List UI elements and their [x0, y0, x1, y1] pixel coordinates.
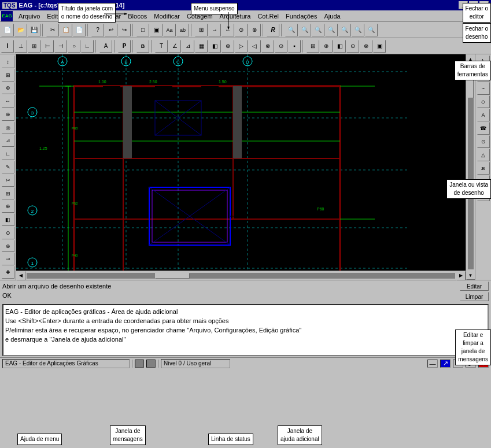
rs-curve[interactable]: ~	[477, 82, 490, 95]
rs-ib[interactable]: ᵢB	[477, 162, 490, 175]
rs-diamond[interactable]: ◇	[477, 95, 490, 108]
tool-x[interactable]: ⊗	[2, 108, 14, 121]
tb2-extra3[interactable]: ◧	[333, 40, 346, 53]
tool-move[interactable]: ⊕	[2, 82, 14, 95]
tb-circle[interactable]: ⊙	[235, 24, 248, 36]
tb2-x[interactable]: ⊗	[261, 40, 274, 53]
vertical-scrollbar[interactable]: ▲ ▼	[466, 54, 475, 280]
tool-grid[interactable]: ⊞	[2, 187, 14, 200]
tb-help[interactable]: ?	[91, 24, 104, 36]
tb-fill[interactable]: ▣	[150, 24, 163, 36]
scrollbar-thumb[interactable]	[155, 273, 190, 279]
tb-new[interactable]: 📄	[1, 24, 14, 36]
clear-button[interactable]: Limpar	[460, 292, 489, 301]
v-scrollbar-track[interactable]	[468, 65, 474, 269]
tb2-t[interactable]: T	[155, 40, 168, 53]
menu-cotrel[interactable]: Cot.Rel	[254, 12, 282, 21]
rs-text[interactable]: A	[477, 109, 490, 121]
tb2-extra6[interactable]: ▣	[373, 40, 386, 53]
tb2-split[interactable]: ◧	[208, 40, 221, 53]
menu-modificar[interactable]: Modificar	[150, 12, 183, 21]
tb2-p[interactable]: P	[118, 40, 131, 53]
tb2-b[interactable]: B	[136, 40, 149, 53]
rs-triangle[interactable]: △	[477, 149, 490, 161]
tb-r-btn[interactable]: R	[267, 24, 279, 36]
tb2-extra2[interactable]: ⊕	[320, 40, 333, 53]
tb-redo[interactable]: ↪	[118, 24, 131, 36]
tb-zoom2[interactable]: 🔍	[298, 24, 311, 36]
tb2-angle[interactable]: ∟	[81, 40, 94, 53]
tool-target[interactable]: ◎	[2, 121, 14, 134]
tb2-grid2[interactable]: ⊞	[28, 40, 40, 53]
tb-zoom4[interactable]: 🔍	[325, 24, 338, 36]
scroll-left-button[interactable]: ◀	[16, 271, 25, 280]
tool-right-angle[interactable]: ∟	[2, 147, 14, 160]
tb2-snap1[interactable]: ⊢	[41, 40, 54, 53]
tb-cut[interactable]: ✂	[46, 24, 59, 36]
tb-text2[interactable]: ab	[176, 24, 189, 36]
app-logo: TQS	[2, 2, 17, 9]
tb-open[interactable]: 📂	[14, 24, 27, 36]
help-line3: P/eliminar esta área e recuperar espaço,…	[5, 325, 486, 335]
tb2-dot[interactable]: ⊙	[275, 40, 287, 53]
tool-box[interactable]: ⊞	[2, 69, 14, 82]
tb-save[interactable]: 💾	[28, 24, 40, 36]
tb-cross[interactable]: ⊗	[248, 24, 261, 36]
menu-ajuda[interactable]: Ajuda	[321, 12, 344, 21]
annotation-menu: Menu suspenso	[191, 3, 238, 14]
tb-zoom5[interactable]: 🔍	[338, 24, 351, 36]
tool-cross2[interactable]: ⊗	[2, 240, 14, 253]
tb2-text-a[interactable]: A	[99, 40, 112, 53]
tb2-extra1[interactable]: ⊞	[307, 40, 319, 53]
tb2-line[interactable]: I	[1, 40, 14, 53]
tool-pencil[interactable]: ✎	[2, 161, 14, 173]
tb2-extra5[interactable]: ⊗	[360, 40, 372, 53]
tb-text1[interactable]: Aa	[163, 24, 176, 36]
drawing-area[interactable]: A B C D 3 2 1	[16, 54, 466, 271]
tool-half[interactable]: ◧	[2, 213, 14, 226]
menu-fundacoes[interactable]: Fundações	[282, 12, 320, 21]
tb2-sq[interactable]: ▪	[288, 40, 301, 53]
tb-arrow-r[interactable]: →	[208, 24, 221, 36]
horizontal-scrollbar[interactable]: ◀ ▶	[16, 271, 466, 280]
tool-pan[interactable]: ↔	[2, 95, 14, 108]
tb2-extra4[interactable]: ⊙	[346, 40, 359, 53]
tb2-circ[interactable]: ○	[68, 40, 80, 53]
tb2-sep3	[132, 40, 135, 53]
tb2-hatch[interactable]: ▦	[195, 40, 208, 53]
scroll-down-button[interactable]: ▼	[466, 271, 475, 280]
tb2-snap2[interactable]: ⊣	[54, 40, 67, 53]
rs-circle[interactable]: ⊙	[477, 135, 490, 148]
scroll-right-button[interactable]: ▶	[456, 271, 466, 280]
tb-copy[interactable]: 📋	[60, 24, 72, 36]
tb-zoom1[interactable]: 🔍	[285, 24, 298, 36]
tool-arrow[interactable]: ⊸	[2, 253, 14, 265]
tool-scissors[interactable]: ✂	[2, 174, 14, 187]
tb2-plus[interactable]: ⊕	[221, 40, 234, 53]
tb-grid[interactable]: ⊞	[195, 24, 208, 36]
tb2-tri[interactable]: ⊿	[182, 40, 194, 53]
tb2-perp[interactable]: ⊥	[14, 40, 27, 53]
svg-rect-47	[123, 86, 132, 158]
tb2-tri-r[interactable]: ▷	[235, 40, 248, 53]
rs-phone[interactable]: ☎	[477, 122, 490, 135]
tool-triangle[interactable]: ⊿	[2, 135, 14, 147]
tool-select[interactable]: ↕	[2, 55, 14, 68]
tb-zoom6[interactable]: 🔍	[352, 24, 364, 36]
menu-blocos[interactable]: Blocos	[124, 12, 150, 21]
scrollbar-track[interactable]	[27, 273, 455, 279]
menu-arquivo[interactable]: Arquivo	[15, 12, 43, 21]
tb-zoom3[interactable]: 🔍	[312, 24, 324, 36]
tool-plus[interactable]: ⊕	[2, 200, 14, 213]
tb-undo[interactable]: ↩	[105, 24, 117, 36]
tool-circle2[interactable]: ⊙	[2, 227, 14, 239]
tool-crosshair[interactable]: ✚	[2, 266, 14, 279]
edit-button[interactable]: Editar	[460, 282, 489, 291]
tb2-ang2[interactable]: ∠	[168, 40, 181, 53]
tb2-tri-l[interactable]: ◁	[248, 40, 261, 53]
tb-sep3	[132, 24, 135, 36]
tb-zoom7[interactable]: 🔍	[365, 24, 378, 36]
tb-paste[interactable]: 📄	[73, 24, 86, 36]
tb-rect[interactable]: □	[136, 24, 149, 36]
svg-text:3: 3	[31, 110, 34, 116]
